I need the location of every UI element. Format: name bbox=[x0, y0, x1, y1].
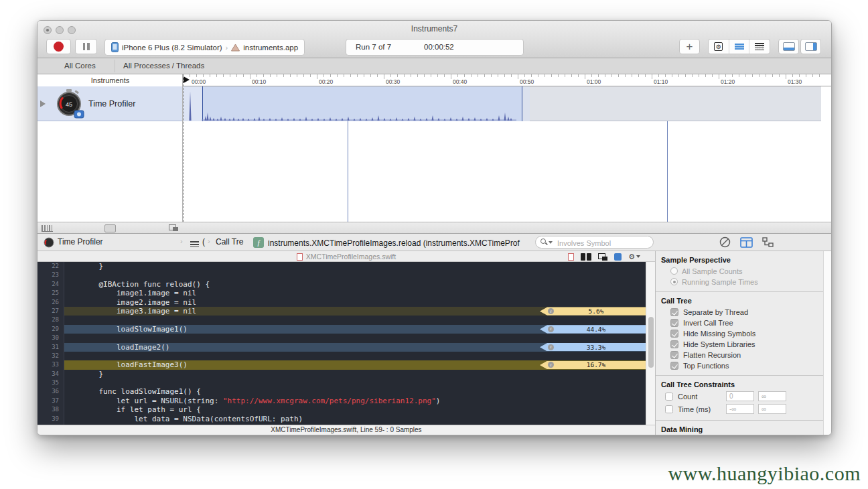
line-number: 27 bbox=[38, 307, 64, 316]
code-text bbox=[81, 352, 86, 360]
constraint-field[interactable]: -∞ bbox=[726, 404, 754, 414]
time-profiler-track-graph[interactable] bbox=[183, 86, 821, 121]
inspection-head-flag[interactable] bbox=[184, 76, 190, 83]
ruler-tick bbox=[344, 74, 344, 77]
target-device-selector[interactable]: iPhone 6 Plus (8.2 Simulator) › instrume… bbox=[104, 39, 305, 56]
ruler-tick bbox=[618, 74, 619, 77]
track-pane-footer bbox=[38, 222, 831, 234]
inspector-scrollbar-track[interactable] bbox=[823, 251, 831, 435]
radio-running-sample-times[interactable]: Running Sample Times bbox=[670, 277, 818, 286]
line-number: 29 bbox=[38, 325, 64, 334]
constraint-label: Count bbox=[678, 393, 726, 401]
line-number: 28 bbox=[38, 316, 64, 324]
sample-percentage-badge[interactable]: i16.7% bbox=[540, 361, 646, 369]
checkbox-icon[interactable] bbox=[665, 393, 673, 401]
checkbox-icon[interactable] bbox=[670, 351, 678, 359]
checkbox-separate-by-thread[interactable]: Separate by Thread bbox=[670, 307, 818, 316]
checkbox-hide-missing-symbols[interactable]: Hide Missing Symbols bbox=[670, 329, 818, 338]
scrollbar-thumb[interactable] bbox=[648, 317, 654, 368]
ruler-tick bbox=[725, 74, 726, 77]
code-line-36: 36 func loadSlowImage1() { bbox=[38, 387, 655, 396]
toggle-inspector-pane-button[interactable] bbox=[800, 39, 821, 54]
pause-button[interactable] bbox=[75, 39, 97, 54]
line-number: 25 bbox=[38, 289, 64, 297]
breadcrumb-call-trees[interactable]: Call Tre bbox=[216, 237, 243, 247]
all-cores-selector[interactable]: All Cores bbox=[64, 62, 96, 70]
record-settings-icon[interactable] bbox=[719, 236, 731, 248]
grid-view-button[interactable] bbox=[749, 40, 770, 54]
ruler-label: 00:20 bbox=[319, 78, 333, 85]
ruler-tick bbox=[732, 74, 733, 77]
histogram-zoom-icon[interactable] bbox=[42, 225, 53, 232]
search-input[interactable] bbox=[556, 237, 652, 249]
cores-bar: All Cores All Processes / Threads bbox=[38, 58, 831, 74]
ruler-tick bbox=[524, 74, 525, 77]
code-line-33: 33 loadFastImage3()i16.7% bbox=[38, 360, 655, 369]
checkbox-hide-system-libraries[interactable]: Hide System Libraries bbox=[670, 340, 818, 348]
timeline-ruler[interactable]: 00:0000:1000:2000:3000:4000:5001:0001:10… bbox=[183, 74, 831, 86]
graph-style-icon[interactable] bbox=[169, 224, 178, 231]
constraint-field[interactable]: ∞ bbox=[758, 404, 786, 414]
checkbox-icon[interactable] bbox=[670, 319, 678, 327]
checkbox-invert-call-tree[interactable]: Invert Call Tree bbox=[670, 318, 818, 327]
radio-icon[interactable] bbox=[670, 267, 678, 275]
checkbox-top-functions[interactable]: Top Functions bbox=[670, 361, 818, 370]
ruler-tick bbox=[558, 74, 559, 77]
run-counter: Run 7 of 7 bbox=[356, 43, 391, 51]
search-options-caret-icon[interactable] bbox=[549, 241, 553, 244]
file-icon[interactable] bbox=[568, 253, 574, 261]
section-title: Data Mining bbox=[661, 425, 818, 433]
ruler-tick bbox=[685, 74, 686, 77]
symbol-search-field[interactable] bbox=[535, 236, 654, 249]
editor-settings-button[interactable]: ⚙ bbox=[628, 253, 640, 261]
title-bar[interactable]: Instruments7 bbox=[38, 21, 831, 38]
toggle-detail-pane-button[interactable] bbox=[778, 39, 799, 54]
sample-percentage-badge[interactable]: i44.4% bbox=[540, 325, 646, 333]
record-icon bbox=[54, 42, 64, 52]
inspection-head-line[interactable] bbox=[183, 74, 184, 222]
layers-icon[interactable] bbox=[598, 253, 607, 261]
all-processes-selector[interactable]: All Processes / Threads bbox=[123, 62, 204, 70]
track-height-button[interactable] bbox=[104, 224, 116, 232]
call-tree-view-icon[interactable] bbox=[740, 237, 753, 248]
ruler-tick bbox=[799, 74, 800, 77]
radio-all-sample-counts[interactable]: All Sample Counts bbox=[670, 267, 818, 275]
constraint-field[interactable]: ∞ bbox=[758, 391, 786, 401]
list-view-button[interactable] bbox=[729, 40, 750, 54]
ruler-tick bbox=[223, 74, 224, 77]
add-instrument-button[interactable]: + bbox=[679, 39, 700, 54]
code-text: image3.image = nil bbox=[81, 307, 196, 316]
editor-scrollbar[interactable] bbox=[646, 262, 655, 425]
checkbox-flatten-recursion[interactable]: Flatten Recursion bbox=[670, 350, 818, 359]
source-file-tab[interactable]: XMCTimeProfileImages.swift bbox=[38, 253, 655, 261]
constraint-time-ms: Time (ms)-∞∞ bbox=[665, 404, 818, 414]
detail-toolbar: Time Profiler › ( › Call Tre f instrumen… bbox=[38, 234, 831, 251]
window-title: Instruments7 bbox=[38, 24, 831, 33]
instrument-settings-button[interactable]: ⚙ bbox=[709, 40, 729, 54]
sample-percentage-badge[interactable]: i33.3% bbox=[540, 343, 646, 351]
checkbox-icon[interactable] bbox=[670, 308, 678, 316]
outline-view-icon[interactable] bbox=[762, 237, 774, 248]
ruler-tick bbox=[759, 74, 760, 77]
checkbox-icon[interactable] bbox=[670, 330, 678, 338]
record-button[interactable] bbox=[46, 39, 71, 54]
code-line-27: 27 image3.image = nili5.6% bbox=[38, 307, 655, 316]
constraint-field[interactable]: 0 bbox=[726, 391, 754, 401]
split-editor-icon[interactable] bbox=[581, 253, 591, 261]
breadcrumb-root[interactable]: Time Profiler bbox=[58, 237, 103, 247]
code-text bbox=[81, 271, 86, 279]
detail-type-icon[interactable] bbox=[190, 240, 199, 249]
ruler-tick bbox=[571, 74, 572, 77]
ruler-tick bbox=[196, 74, 197, 77]
checkbox-icon[interactable] bbox=[670, 340, 678, 348]
code-line-23: 23 bbox=[38, 271, 655, 279]
sample-percentage-badge[interactable]: i5.6% bbox=[540, 307, 646, 315]
ruler-tick bbox=[444, 74, 445, 77]
ruler-tick bbox=[437, 74, 438, 77]
checkbox-icon[interactable] bbox=[670, 362, 678, 370]
radio-icon[interactable] bbox=[670, 278, 678, 285]
code-line-31: 31 loadImage2()i33.3% bbox=[38, 343, 655, 352]
source-code-editor[interactable]: 22 }23 24 @IBAction func reload() {25 im… bbox=[38, 262, 655, 425]
checkbox-icon[interactable] bbox=[665, 405, 673, 413]
annotate-icon[interactable] bbox=[614, 253, 622, 261]
